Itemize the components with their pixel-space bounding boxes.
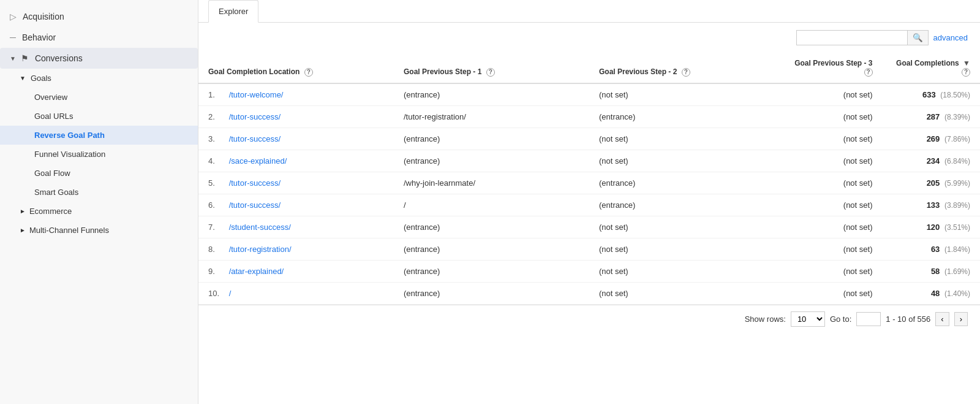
goal-completion-location-link[interactable]: /tutor-success/ [229, 134, 281, 143]
goal-flow-label: Goal Flow [34, 169, 70, 178]
goals-label: Goals [31, 74, 51, 83]
completions-percent: (8.39%) [944, 113, 970, 121]
row-number: 6. [208, 200, 227, 210]
multichannel-label: Multi-Channel Funnels [29, 226, 109, 235]
col2-header: Goal Previous Step - 1 ? [394, 53, 589, 83]
row-number: 1. [208, 90, 227, 99]
table-row: 10. / (entrance) (not set) (not set) 48 … [198, 282, 980, 304]
goals-children: Overview Goal URLs Reverse Goal Path Fun… [0, 88, 198, 202]
funnel-visualization-label: Funnel Visualization [34, 150, 105, 159]
advanced-link[interactable]: advanced [933, 33, 968, 42]
smart-goals-label: Smart Goals [34, 188, 78, 197]
cell-prev-step-2: (not set) [589, 282, 785, 304]
cell-prev-step-3: (not set) [785, 238, 883, 260]
next-page-button[interactable]: › [954, 312, 968, 326]
goto-label: Go to: [830, 314, 851, 324]
cell-completions: 287 (8.39%) [883, 105, 981, 128]
sidebar-item-multichannel[interactable]: ► Multi-Channel Funnels [0, 221, 198, 240]
goal-completion-location-link[interactable]: /tutor-success/ [229, 178, 281, 188]
sidebar: ▷ Acquisition ─ Behavior ▼ ⚑ Conversions… [0, 0, 198, 404]
cell-num-path: 9. /atar-explained/ [198, 260, 394, 282]
completions-value: 63 [931, 245, 940, 254]
goal-completion-location-link[interactable]: /tutor-success/ [229, 200, 281, 210]
col1-header: Goal Completion Location ? [198, 53, 394, 83]
goal-completion-location-link[interactable]: /tutor-welcome/ [229, 90, 284, 99]
data-table: Goal Completion Location ? Goal Previous… [198, 53, 980, 305]
sidebar-item-goal-flow[interactable]: Goal Flow [0, 164, 198, 183]
cell-prev-step-3: (not set) [785, 216, 883, 238]
goal-completion-location-link[interactable]: /sace-explained/ [229, 156, 287, 166]
sidebar-item-goals[interactable]: ▼ Goals [0, 69, 198, 88]
sidebar-item-reverse-goal-path[interactable]: Reverse Goal Path [0, 126, 198, 145]
goals-submenu: ▼ Goals Overview Goal URLs Reverse Goal … [0, 69, 198, 202]
sidebar-item-overview[interactable]: Overview [0, 88, 198, 107]
col3-help-icon[interactable]: ? [682, 68, 690, 77]
completions-percent: (1.40%) [944, 289, 970, 298]
row-number: 7. [208, 223, 227, 232]
cell-prev-step-1: (entrance) [394, 128, 589, 150]
completions-percent: (5.99%) [944, 179, 970, 188]
cell-prev-step-3: (not set) [785, 260, 883, 282]
sidebar-item-funnel-visualization[interactable]: Funnel Visualization [0, 145, 198, 164]
goal-completion-location-link[interactable]: /tutor-success/ [229, 112, 281, 121]
cell-completions: 120 (3.51%) [883, 216, 981, 238]
sidebar-item-goal-urls[interactable]: Goal URLs [0, 107, 198, 126]
table-row: 6. /tutor-success/ / (entrance) (not set… [198, 194, 980, 216]
cell-prev-step-2: (not set) [589, 128, 785, 150]
row-number: 2. [208, 112, 227, 121]
rows-select[interactable]: 102550100500 [791, 311, 825, 327]
col1-help-icon[interactable]: ? [304, 68, 313, 77]
table-row: 2. /tutor-success/ /tutor-registration/ … [198, 105, 980, 128]
cell-num-path: 7. /student-success/ [198, 216, 394, 238]
completions-value: 120 [927, 223, 940, 232]
toolbar: 🔍 advanced [198, 23, 980, 53]
col4-help-icon[interactable]: ? [864, 68, 873, 77]
sidebar-item-acquisition[interactable]: ▷ Acquisition [0, 6, 198, 27]
sidebar-item-behavior[interactable]: ─ Behavior [0, 27, 198, 48]
tab-explorer[interactable]: Explorer [208, 0, 258, 23]
goal-completion-location-link[interactable]: /atar-explained/ [229, 267, 284, 276]
col5-help-icon[interactable]: ? [962, 68, 970, 77]
row-number: 3. [208, 134, 227, 143]
completions-value: 234 [927, 156, 940, 166]
completions-value: 48 [931, 289, 940, 298]
cell-prev-step-1: (entrance) [394, 83, 589, 106]
completions-percent: (18.50%) [940, 91, 970, 99]
cell-num-path: 5. /tutor-success/ [198, 172, 394, 194]
goal-completion-location-link[interactable]: /tutor-registration/ [229, 245, 292, 254]
cell-completions: 48 (1.40%) [883, 282, 981, 304]
cell-num-path: 3. /tutor-success/ [198, 128, 394, 150]
col2-help-icon[interactable]: ? [486, 68, 495, 77]
overview-label: Overview [34, 93, 67, 102]
cell-prev-step-2: (not set) [589, 260, 785, 282]
ecommerce-caret-icon: ► [20, 208, 26, 215]
table-header-row: Goal Completion Location ? Goal Previous… [198, 53, 980, 83]
multichannel-caret-icon: ► [20, 227, 26, 234]
sidebar-item-conversions[interactable]: ▼ ⚑ Conversions [0, 48, 198, 69]
cell-num-path: 8. /tutor-registration/ [198, 238, 394, 260]
table-row: 7. /student-success/ (entrance) (not set… [198, 216, 980, 238]
goal-completion-location-link[interactable]: / [229, 289, 232, 298]
cell-prev-step-1: (entrance) [394, 282, 589, 304]
search-button[interactable]: 🔍 [907, 31, 928, 45]
cell-prev-step-3: (not set) [785, 128, 883, 150]
cell-completions: 133 (3.89%) [883, 194, 981, 216]
col4-header: Goal Previous Step - 3 ? [785, 53, 883, 83]
sidebar-item-smart-goals[interactable]: Smart Goals [0, 183, 198, 202]
goto-input[interactable]: 1 [856, 312, 881, 326]
tab-explorer-label: Explorer [219, 7, 248, 16]
search-input[interactable] [797, 31, 907, 45]
cell-num-path: 6. /tutor-success/ [198, 194, 394, 216]
completions-value: 269 [927, 134, 940, 143]
show-rows-label: Show rows: [745, 314, 786, 324]
cell-prev-step-3: (not set) [785, 83, 883, 106]
prev-page-button[interactable]: ‹ [935, 312, 949, 326]
cell-num-path: 2. /tutor-success/ [198, 105, 394, 128]
cell-prev-step-1: /why-join-learnmate/ [394, 172, 589, 194]
completions-value: 133 [927, 200, 940, 210]
cell-prev-step-2: (not set) [589, 238, 785, 260]
row-number: 4. [208, 156, 227, 166]
cell-prev-step-3: (not set) [785, 105, 883, 128]
sidebar-item-ecommerce[interactable]: ► Ecommerce [0, 202, 198, 221]
goal-completion-location-link[interactable]: /student-success/ [229, 223, 291, 232]
